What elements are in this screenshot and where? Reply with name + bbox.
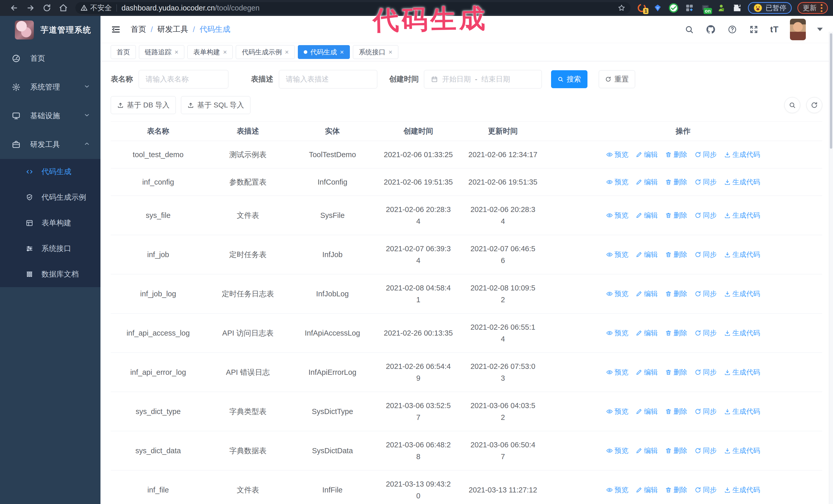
action-sync[interactable]: 同步 (695, 445, 717, 457)
action-preview[interactable]: 预览 (606, 176, 628, 188)
action-edit[interactable]: 编辑 (636, 288, 658, 300)
sidebar-item[interactable]: 系统管理 (0, 73, 100, 101)
action-edit[interactable]: 编辑 (636, 406, 658, 417)
table-name-input[interactable]: 请输入表名称 (139, 70, 229, 89)
sidebar-item[interactable]: 基础设施 (0, 101, 100, 130)
submenu-item[interactable]: 系统接口 (0, 236, 100, 262)
action-generate[interactable]: 生成代码 (724, 249, 760, 261)
action-sync[interactable]: 同步 (695, 327, 717, 339)
tab-表单构建[interactable]: 表单构建× (187, 45, 233, 59)
close-icon[interactable]: × (285, 49, 289, 55)
import-db-button[interactable]: 基于 DB 导入 (111, 96, 176, 114)
close-icon[interactable]: × (340, 49, 344, 55)
submenu-item[interactable]: 代码生成示例 (0, 185, 100, 210)
refresh-table-button[interactable] (806, 97, 822, 113)
action-preview[interactable]: 预览 (606, 445, 628, 457)
action-delete[interactable]: 删除 (665, 484, 687, 496)
action-generate[interactable]: 生成代码 (724, 445, 760, 457)
tab-链路追踪[interactable]: 链路追踪× (139, 45, 184, 59)
action-preview[interactable]: 预览 (606, 406, 628, 417)
action-delete[interactable]: 删除 (665, 406, 687, 417)
action-edit[interactable]: 编辑 (636, 327, 658, 339)
action-generate[interactable]: 生成代码 (724, 149, 760, 161)
scrollbar-thumb[interactable] (830, 33, 832, 149)
action-sync[interactable]: 同步 (695, 149, 717, 161)
action-preview[interactable]: 预览 (606, 327, 628, 339)
tab-首页[interactable]: 首页 (111, 45, 136, 59)
close-icon[interactable]: × (174, 49, 178, 55)
back-icon[interactable] (7, 2, 22, 14)
date-range-input[interactable]: 开始日期 - 结束日期 (424, 70, 542, 89)
home-icon[interactable] (56, 2, 71, 14)
breadcrumb-item[interactable]: 研发工具 (158, 24, 188, 34)
action-preview[interactable]: 预览 (606, 249, 628, 261)
forward-icon[interactable] (23, 2, 38, 14)
action-sync[interactable]: 同步 (695, 176, 717, 188)
extension-dark-icon[interactable]: on (700, 3, 711, 13)
action-sync[interactable]: 同步 (695, 366, 717, 378)
action-delete[interactable]: 删除 (665, 366, 687, 378)
action-generate[interactable]: 生成代码 (724, 327, 760, 339)
action-edit[interactable]: 编辑 (636, 210, 658, 221)
extension-green-figure-icon[interactable] (716, 3, 727, 13)
action-edit[interactable]: 编辑 (636, 176, 658, 188)
update-button[interactable]: 更新 (798, 2, 828, 14)
action-delete[interactable]: 删除 (665, 210, 687, 221)
url-bar[interactable]: 不安全 dashboard.yudao.iocoder.cn /tool/cod… (75, 2, 630, 14)
tab-代码生成示例[interactable]: 代码生成示例× (236, 45, 294, 59)
action-preview[interactable]: 预览 (606, 210, 628, 221)
action-sync[interactable]: 同步 (695, 288, 717, 300)
action-edit[interactable]: 编辑 (636, 366, 658, 378)
tab-代码生成[interactable]: 代码生成× (298, 45, 350, 59)
action-delete[interactable]: 删除 (665, 249, 687, 261)
action-edit[interactable]: 编辑 (636, 149, 658, 161)
action-generate[interactable]: 生成代码 (724, 288, 760, 300)
action-edit[interactable]: 编辑 (636, 249, 658, 261)
table-desc-input[interactable]: 请输入表描述 (279, 70, 377, 89)
extension-grid-icon[interactable] (684, 3, 695, 13)
extension-gem-icon[interactable] (652, 3, 663, 13)
fullscreen-icon[interactable] (749, 24, 759, 34)
action-delete[interactable]: 删除 (665, 176, 687, 188)
submenu-item[interactable]: 数据库文档 (0, 262, 100, 287)
action-generate[interactable]: 生成代码 (724, 366, 760, 378)
action-preview[interactable]: 预览 (606, 484, 628, 496)
action-delete[interactable]: 删除 (665, 445, 687, 457)
close-icon[interactable]: × (223, 49, 227, 55)
font-size-icon[interactable]: tT (770, 25, 779, 34)
action-delete[interactable]: 删除 (665, 288, 687, 300)
sidebar-item[interactable]: 首页 (0, 44, 100, 73)
submenu-item[interactable]: 表单构建 (0, 210, 100, 236)
search-button[interactable]: 搜索 (551, 70, 588, 88)
submenu-item[interactable]: 代码生成 (0, 159, 100, 185)
action-generate[interactable]: 生成代码 (724, 210, 760, 221)
reset-button[interactable]: 重置 (599, 70, 635, 88)
action-generate[interactable]: 生成代码 (724, 484, 760, 496)
scrollbar[interactable] (829, 32, 833, 504)
action-preview[interactable]: 预览 (606, 149, 628, 161)
action-sync[interactable]: 同步 (695, 484, 717, 496)
sidebar-fold-icon[interactable] (110, 23, 122, 35)
tab-系统接口[interactable]: 系统接口× (353, 45, 398, 59)
help-icon[interactable] (727, 24, 737, 34)
import-sql-button[interactable]: 基于 SQL 导入 (181, 96, 251, 114)
paused-extension-chip[interactable]: 已暂停 (748, 2, 792, 14)
app-logo-row[interactable]: 芋道管理系统 (0, 16, 100, 44)
action-preview[interactable]: 预览 (606, 288, 628, 300)
github-icon[interactable] (706, 24, 716, 34)
chrome-menu-icon[interactable] (821, 4, 823, 12)
toggle-search-button[interactable] (784, 97, 800, 113)
action-delete[interactable]: 删除 (665, 149, 687, 161)
extension-check-icon[interactable] (668, 3, 679, 13)
action-preview[interactable]: 预览 (606, 366, 628, 378)
action-generate[interactable]: 生成代码 (724, 406, 760, 417)
action-edit[interactable]: 编辑 (636, 445, 658, 457)
breadcrumb-item[interactable]: 代码生成 (200, 24, 231, 34)
action-edit[interactable]: 编辑 (636, 484, 658, 496)
sidebar-item[interactable]: 研发工具 (0, 130, 100, 159)
action-generate[interactable]: 生成代码 (724, 176, 760, 188)
search-icon[interactable] (684, 24, 694, 34)
avatar[interactable] (790, 19, 806, 40)
bookmark-star-icon[interactable] (618, 4, 625, 12)
extension-orange-icon[interactable]: 1 (637, 3, 647, 13)
